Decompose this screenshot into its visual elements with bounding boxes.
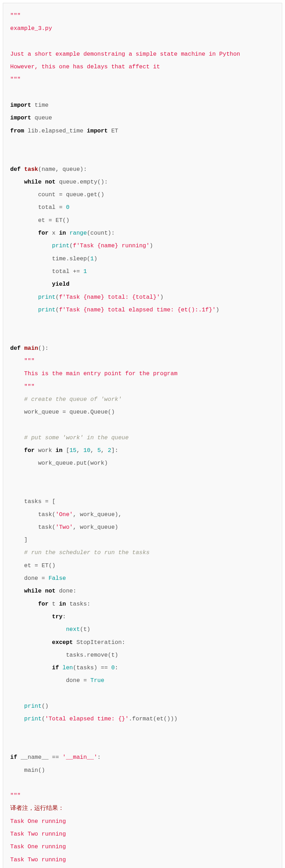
method-put: put [76, 460, 87, 466]
main-doc-open: """ [24, 358, 35, 364]
str-one: 'One' [56, 511, 73, 518]
var-et: et [24, 562, 31, 569]
kw-for: for [24, 447, 35, 454]
docstring-line-2: However, this one has delays that affect… [10, 63, 160, 70]
var-x: x [52, 230, 56, 236]
bi-next: next [66, 626, 80, 633]
call-queue-Queue: queue.Queue() [69, 409, 115, 415]
const-False: False [49, 575, 66, 582]
var-done: done [59, 588, 73, 594]
expr-empty: empty [80, 179, 97, 185]
arg-t: t [111, 652, 115, 658]
num-one: 1 [83, 268, 87, 275]
var-et: et [38, 217, 45, 224]
docstring-open: """ [10, 12, 21, 19]
num-zero: 0 [111, 664, 115, 671]
var-t: t [52, 601, 56, 607]
kw-import: import [87, 128, 108, 134]
kw-def: def [10, 345, 21, 352]
main-doc-close: """ [24, 383, 35, 390]
bi-print: print [52, 242, 70, 249]
bi-print: print [24, 703, 42, 709]
kw-if: if [52, 664, 59, 671]
num-10: 10 [83, 447, 90, 454]
bi-range: range [69, 230, 87, 236]
num-one: 1 [90, 255, 94, 262]
var-count: count [38, 191, 56, 198]
kw-import: import [10, 102, 31, 108]
docstring-line-1: Just a short example demonstraing a simp… [10, 51, 240, 57]
kw-def: def [10, 166, 21, 173]
output-body: Task One running Task Two running Task O… [10, 818, 135, 868]
expr-queue: queue [59, 179, 77, 185]
kw-for: for [38, 601, 49, 607]
kw-for: for [38, 230, 49, 236]
arg-wq: work_queue [80, 511, 115, 518]
var-done: done [24, 575, 38, 582]
kw-in: in [59, 230, 66, 236]
str-running: f'Task {name} running' [73, 242, 150, 249]
const-True: True [90, 677, 104, 684]
call-sleep: time.sleep [52, 255, 87, 262]
docstring-filename: example_3.py [10, 25, 52, 32]
str-total-elapsed: 'Total elapsed time: {}' [45, 715, 129, 722]
expr-queue-get: queue.get() [66, 191, 104, 198]
var-tasks: tasks [66, 652, 83, 658]
bi-print: print [38, 294, 56, 300]
num-15: 15 [69, 447, 76, 454]
str-elapsed: f'Task {name} total elapsed time: {et():… [59, 306, 216, 313]
bi-len: len [63, 664, 73, 671]
main-doc-text: This is the main entry point for the pro… [24, 370, 178, 377]
kw-in: in [59, 601, 66, 607]
comment-run-sched: # run the scheduler to run the tasks [24, 549, 150, 556]
main-doc-line: This is the main entry point for the pro… [10, 370, 177, 377]
call-ET: ET() [56, 217, 70, 224]
var-tasks: tasks [69, 601, 87, 607]
arg-t: t [83, 626, 87, 633]
from-mod: lib.elapsed_time [28, 128, 83, 134]
kw-while: while [24, 588, 42, 594]
bi-print: print [38, 306, 56, 313]
kw-while: while [24, 179, 42, 185]
var-work-queue: work_queue [24, 409, 59, 415]
kw-import: import [10, 114, 31, 121]
trailing-delim: """ [10, 792, 21, 799]
var-total: total [38, 204, 56, 211]
from-name: ET [111, 128, 118, 134]
dunder-name: __name__ [21, 754, 49, 761]
var-done: done [66, 677, 80, 684]
docstring-close: """ [10, 76, 21, 83]
mod-time: time [34, 102, 49, 108]
code-content: """ example_3.py Just a short example de… [10, 10, 275, 868]
var-total: total [52, 268, 70, 275]
call-main: main() [24, 767, 45, 774]
kw-not: not [45, 588, 56, 594]
fn-task: task [24, 166, 38, 173]
var-work-queue: work_queue [38, 460, 73, 466]
mod-queue: queue [34, 114, 52, 121]
main-doc-close-line: """ [10, 383, 34, 390]
arg-tasks: tasks [76, 664, 94, 671]
code-block: """ example_3.py Just a short example de… [3, 3, 282, 868]
call-task-two: task [38, 524, 52, 531]
num-2: 2 [108, 447, 111, 454]
arg-count: count [90, 230, 108, 236]
kw-from: from [10, 128, 24, 134]
num-5: 5 [97, 447, 101, 454]
method-remove: remove [87, 652, 108, 658]
method-format: format [132, 715, 153, 722]
kw-not: not [45, 179, 56, 185]
comment-put-work: # put some 'work' in the queue [24, 434, 129, 441]
str-dunder-main: '__main__' [63, 754, 97, 761]
kw-in: in [56, 447, 63, 454]
arg-wq: work_queue [80, 524, 115, 531]
param-queue: queue [63, 166, 80, 173]
exc-StopIteration: StopIteration [76, 639, 122, 646]
call-ET: ET() [42, 562, 56, 569]
str-total: f'Task {name} total: {total}' [59, 294, 160, 300]
var-tasks: tasks [24, 498, 42, 505]
bi-print: print [24, 715, 42, 722]
kw-try: try [52, 613, 63, 620]
comment-create-queue: # create the queue of 'work' [24, 396, 122, 403]
arg-work: work [90, 460, 104, 466]
